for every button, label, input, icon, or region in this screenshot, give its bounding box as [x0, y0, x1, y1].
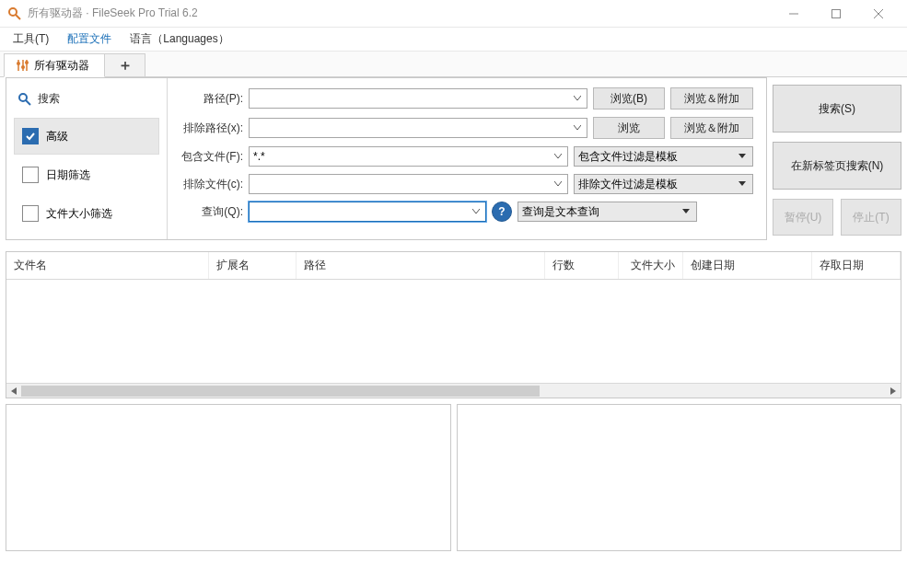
preview-pane-right	[457, 404, 902, 551]
sidebar-item-label: 文件大小筛选	[46, 206, 112, 222]
chevron-down-icon	[469, 202, 483, 221]
svg-point-0	[9, 8, 17, 16]
path-input[interactable]	[249, 88, 587, 109]
col-size[interactable]: 文件大小	[619, 252, 683, 279]
caret-down-icon	[736, 181, 749, 187]
search-button[interactable]: 搜索(S)	[773, 85, 901, 133]
exclude-mode-value: 排除文件过滤是模板	[578, 177, 678, 192]
sidebar-search-header: 搜索	[14, 86, 159, 116]
include-mode-value: 包含文件过滤是模板	[578, 149, 678, 165]
add-tab-button[interactable]: ＋	[105, 53, 145, 77]
scroll-thumb[interactable]	[21, 386, 540, 397]
col-created[interactable]: 创建日期	[683, 252, 812, 279]
svg-marker-17	[11, 387, 17, 395]
include-mode-dropdown[interactable]: 包含文件过滤是模板	[574, 146, 753, 167]
svg-point-12	[19, 94, 27, 101]
scroll-track[interactable]	[21, 386, 886, 397]
query-mode-dropdown[interactable]: 查询是文本查询	[517, 202, 697, 222]
col-filename[interactable]: 文件名	[6, 252, 209, 279]
tabstrip: 所有驱动器 ＋	[0, 52, 907, 77]
sidebar-item-size-filter[interactable]: 文件大小筛选	[14, 195, 159, 232]
col-lines[interactable]: 行数	[545, 252, 619, 279]
chevron-down-icon	[570, 89, 585, 108]
svg-point-9	[21, 65, 25, 69]
caret-down-icon	[680, 209, 692, 214]
sidebar: 搜索 高级 日期筛选 文件大小筛选	[6, 78, 168, 239]
svg-marker-15	[738, 181, 746, 186]
sidebar-item-label: 高级	[46, 129, 68, 144]
svg-line-13	[26, 100, 30, 105]
search-new-tab-button[interactable]: 在新标签页搜索(N)	[773, 142, 901, 190]
scroll-left-icon[interactable]	[6, 384, 21, 398]
sidebar-item-date-filter[interactable]: 日期筛选	[14, 156, 159, 193]
checkbox-icon	[22, 205, 39, 222]
scroll-right-icon[interactable]	[886, 384, 901, 398]
chevron-down-icon	[570, 119, 585, 137]
query-label: 查询(Q):	[177, 204, 243, 220]
svg-marker-18	[890, 387, 896, 395]
close-button[interactable]	[857, 0, 900, 28]
caret-down-icon	[736, 154, 749, 159]
pause-button[interactable]: 暂停(U)	[773, 199, 833, 236]
menu-profiles[interactable]: 配置文件	[60, 28, 119, 51]
include-files-input[interactable]: *.*	[249, 146, 568, 167]
sidebar-search-label: 搜索	[38, 91, 60, 107]
svg-rect-3	[832, 9, 841, 17]
exclude-path-label: 排除路径(x):	[177, 121, 243, 136]
results-body	[6, 280, 901, 383]
sidebar-item-label: 日期筛选	[46, 167, 90, 183]
tab-label: 所有驱动器	[34, 58, 89, 74]
query-mode-value: 查询是文本查询	[522, 204, 599, 220]
chevron-down-icon	[551, 147, 565, 166]
checkbox-icon	[22, 167, 39, 183]
exclude-files-input[interactable]	[249, 174, 568, 194]
help-button[interactable]: ?	[492, 202, 512, 222]
minimize-button[interactable]	[773, 0, 815, 28]
svg-point-11	[25, 61, 29, 64]
sliders-icon	[16, 59, 29, 72]
chevron-down-icon	[551, 175, 565, 193]
col-extension[interactable]: 扩展名	[209, 252, 297, 279]
browse-append-exclude-button[interactable]: 浏览＆附加	[670, 117, 753, 139]
include-files-label: 包含文件(F):	[177, 149, 243, 165]
browse-button[interactable]: 浏览(B)	[593, 87, 665, 110]
preview-pane-left	[6, 404, 451, 551]
tab-all-drives[interactable]: 所有驱动器	[4, 53, 105, 77]
svg-point-7	[17, 62, 20, 65]
exclude-mode-dropdown[interactable]: 排除文件过滤是模板	[574, 174, 753, 194]
titlebar: 所有驱动器 · FileSeek Pro Trial 6.2	[0, 0, 907, 28]
results-panel: 文件名 扩展名 路径 行数 文件大小 创建日期 存取日期	[6, 251, 901, 398]
menubar: 工具(T) 配置文件 语言（Languages）	[0, 28, 907, 52]
results-header: 文件名 扩展名 路径 行数 文件大小 创建日期 存取日期	[6, 252, 901, 280]
menu-language[interactable]: 语言（Languages）	[122, 28, 236, 51]
svg-marker-16	[682, 209, 690, 213]
window-title: 所有驱动器 · FileSeek Pro Trial 6.2	[28, 6, 198, 21]
sidebar-item-advanced[interactable]: 高级	[14, 118, 159, 155]
stop-button[interactable]: 停止(T)	[841, 199, 901, 236]
menu-tools[interactable]: 工具(T)	[6, 28, 56, 51]
col-accessed[interactable]: 存取日期	[812, 252, 901, 279]
svg-marker-14	[738, 154, 746, 158]
col-path[interactable]: 路径	[297, 252, 545, 279]
checkbox-checked-icon	[22, 128, 39, 144]
svg-line-1	[16, 15, 20, 19]
search-icon	[17, 92, 32, 107]
exclude-path-input[interactable]	[249, 118, 587, 138]
horizontal-scrollbar[interactable]	[6, 383, 901, 398]
browse-append-button[interactable]: 浏览＆附加	[670, 87, 753, 110]
path-label: 路径(P):	[177, 91, 243, 107]
bottom-panes	[6, 404, 901, 551]
query-input[interactable]	[249, 202, 486, 222]
right-actions: 搜索(S) 在新标签页搜索(N) 暂停(U) 停止(T)	[773, 77, 901, 240]
main-area: 搜索 高级 日期筛选 文件大小筛选 路径(P):	[0, 77, 907, 246]
form-panel: 搜索 高级 日期筛选 文件大小筛选 路径(P):	[6, 77, 767, 240]
app-icon	[7, 6, 22, 21]
form-body: 路径(P): 浏览(B) 浏览＆附加 排除路径(x): 浏览 浏览＆附加 包含文…	[168, 78, 766, 239]
browse-exclude-button[interactable]: 浏览	[593, 117, 665, 139]
include-files-value: *.*	[253, 150, 265, 163]
exclude-files-label: 排除文件(c):	[177, 177, 243, 192]
maximize-button[interactable]	[815, 0, 857, 28]
